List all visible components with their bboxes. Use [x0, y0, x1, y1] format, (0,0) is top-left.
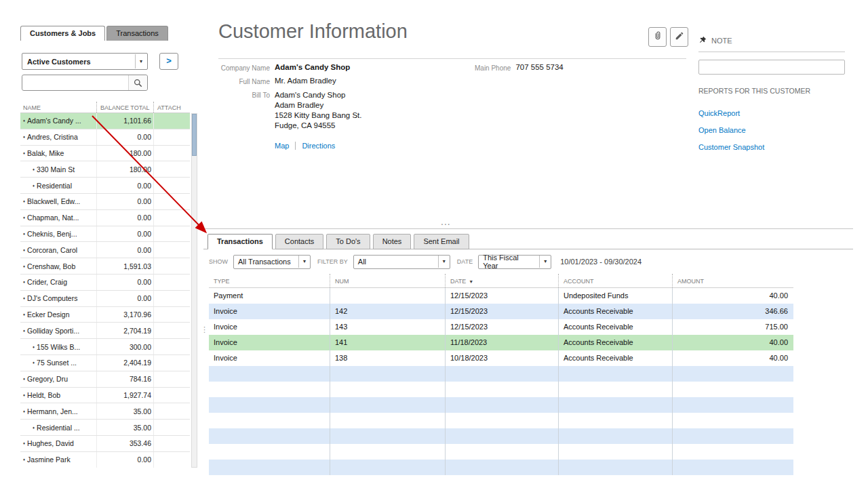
customer-row[interactable]: ♦Gregory, Dru784.16	[20, 371, 190, 388]
txn-amount-cell	[672, 460, 793, 475]
bill-to-label: Bill To	[218, 90, 270, 131]
open-balance-link[interactable]: Open Balance	[698, 126, 845, 134]
edit-customer-button[interactable]	[670, 27, 688, 47]
bill-to-line: 1528 Kitty Bang Bang St.	[275, 110, 362, 121]
customer-row[interactable]: ♦75 Sunset ...2,404.19	[20, 355, 190, 371]
diamond-icon: ♦	[23, 377, 25, 381]
attach-file-button[interactable]	[648, 27, 667, 47]
customer-balance: 180.00	[96, 161, 153, 177]
customer-row[interactable]: ♦DJ's Computers0.00	[20, 291, 190, 307]
customer-attach-cell	[153, 323, 190, 338]
txn-num-cell: 141	[330, 335, 445, 350]
txn-date-cell	[445, 382, 558, 397]
column-header-account[interactable]: ACCOUNT	[558, 274, 672, 287]
customer-row[interactable]: ♦Corcoran, Carol0.00	[20, 242, 190, 258]
column-header-attach[interactable]: ATTACH	[153, 102, 190, 113]
column-header-name[interactable]: NAME	[20, 102, 96, 113]
column-header-date[interactable]: DATE▼	[445, 274, 558, 287]
filter-by-dropdown-value: All	[358, 258, 366, 266]
tab-contacts[interactable]: Contacts	[275, 234, 323, 249]
panel-top-divider	[203, 228, 853, 229]
transaction-row[interactable]: Invoice14111/18/2023Accounts Receivable4…	[209, 335, 793, 350]
customer-row[interactable]: ♦Residential0.00	[20, 178, 190, 194]
column-header-type[interactable]: TYPE	[209, 274, 330, 287]
customer-search-input[interactable]	[22, 76, 128, 89]
customer-snapshot-link[interactable]: Customer Snapshot	[698, 143, 845, 151]
main-phone-label: Main Phone	[475, 63, 511, 72]
directions-link[interactable]: Directions	[302, 142, 335, 150]
bill-to-line: Fudge, CA 94555	[275, 121, 362, 131]
diamond-icon: ♦	[23, 441, 25, 445]
date-dropdown[interactable]: This Fiscal Year ▾	[478, 255, 551, 269]
transaction-row[interactable]: Invoice14312/15/2023Accounts Receivable7…	[209, 319, 793, 335]
customer-balance: 0.00	[96, 452, 153, 468]
customer-row[interactable]: ♦Golliday Sporti...2,704.19	[20, 323, 190, 339]
customer-row[interactable]: ♦Adam's Candy ...1,101.66	[20, 113, 190, 129]
tab-notes[interactable]: Notes	[373, 234, 412, 249]
quickreport-link[interactable]: QuickReport	[698, 109, 845, 117]
tab-sent-email[interactable]: Sent Email	[414, 234, 469, 249]
chevron-down-icon: ▾	[438, 256, 446, 268]
customer-row[interactable]: ♦Blackwell, Edw...0.00	[20, 194, 190, 210]
transaction-empty-row	[209, 366, 793, 382]
customer-row[interactable]: ♦Crider, Craig0.00	[20, 274, 190, 291]
filter-by-dropdown[interactable]: All ▾	[353, 255, 450, 269]
customer-attach-cell	[153, 129, 190, 145]
customer-name: ♦Ecker Design	[20, 307, 96, 323]
customer-balance: 1,591.03	[96, 258, 153, 274]
customer-row[interactable]: ♦Heldt, Bob1,927.74	[20, 388, 190, 404]
column-header-amount[interactable]: AMOUNT	[672, 274, 793, 287]
search-icon[interactable]	[128, 75, 147, 90]
transaction-row[interactable]: Invoice13810/18/2023Accounts Receivable4…	[209, 350, 793, 366]
customer-attach-cell	[153, 420, 190, 435]
transaction-row[interactable]: Invoice14212/15/2023Accounts Receivable3…	[209, 304, 793, 319]
customer-balance: 0.00	[96, 194, 153, 209]
transaction-table-body: Payment12/15/2023Undeposited Funds40.00I…	[209, 288, 793, 475]
customer-row[interactable]: ♦Cheknis, Benj...0.00	[20, 226, 190, 243]
panel-splitter-handle[interactable]: ...	[441, 216, 451, 227]
customer-attach-cell	[153, 436, 190, 451]
show-dropdown[interactable]: All Transactions ▾	[233, 255, 311, 269]
vertical-splitter-grip[interactable]: ⋮	[201, 325, 208, 334]
customer-row[interactable]: ♦Hermann, Jen...35.00	[20, 403, 190, 420]
txn-num-cell	[330, 382, 445, 397]
txn-date-cell: 10/18/2023	[445, 350, 558, 366]
diamond-icon: ♦	[23, 264, 25, 268]
sidebar-tabs: Customers & Jobs Transactions	[20, 26, 168, 41]
customer-balance: 0.00	[96, 129, 153, 145]
tab-transactions[interactable]: Transactions	[106, 26, 168, 41]
txn-num-cell	[330, 460, 445, 475]
customer-row[interactable]: ♦155 Wilks B...300.00	[20, 339, 190, 355]
tab-transactions-detail[interactable]: Transactions	[208, 234, 273, 249]
customer-search-field	[22, 75, 148, 91]
customer-row[interactable]: ♦Crenshaw, Bob1,591.03	[20, 258, 190, 274]
txn-account-cell: Accounts Receivable	[558, 335, 672, 350]
customer-row[interactable]: ♦Hughes, David353.46	[20, 436, 190, 452]
customer-filter-dropdown[interactable]: Active Customers ▾	[22, 53, 148, 70]
customer-row[interactable]: ♦330 Main St180.00	[20, 161, 190, 178]
tab-todos[interactable]: To Do's	[326, 234, 370, 249]
customer-row[interactable]: ♦Jasmine Park0.00	[20, 452, 190, 468]
customer-row[interactable]: ♦Ecker Design3,170.96	[20, 307, 190, 323]
customer-row[interactable]: ♦Residential ...35.00	[20, 420, 190, 436]
scrollbar-thumb[interactable]	[192, 114, 197, 156]
expand-view-button[interactable]: >	[159, 53, 178, 70]
customer-list: ♦Adam's Candy ...1,101.66♦Andres, Cristi…	[20, 113, 190, 468]
column-header-num[interactable]: NUM	[330, 274, 445, 287]
customer-filter-value: Active Customers	[27, 58, 91, 66]
column-header-balance-total[interactable]: BALANCE TOTAL	[96, 102, 153, 113]
customer-attach-cell	[153, 113, 190, 129]
customer-row[interactable]: ♦Chapman, Nat...0.00	[20, 210, 190, 226]
bill-to-line: Adam's Candy Shop	[275, 90, 362, 100]
customer-list-scrollbar[interactable]	[191, 113, 197, 468]
customer-row[interactable]: ♦Balak, Mike180.00	[20, 146, 190, 162]
diamond-icon: ♦	[33, 167, 35, 171]
title-divider	[218, 58, 686, 59]
map-link[interactable]: Map	[275, 142, 289, 150]
note-input[interactable]	[698, 60, 845, 75]
tab-customers-jobs[interactable]: Customers & Jobs	[20, 26, 105, 41]
show-label: SHOW	[209, 258, 228, 265]
customer-row[interactable]: ♦Andres, Cristina0.00	[20, 129, 190, 146]
diamond-icon: ♦	[33, 361, 35, 365]
transaction-row[interactable]: Payment12/15/2023Undeposited Funds40.00	[209, 288, 793, 304]
